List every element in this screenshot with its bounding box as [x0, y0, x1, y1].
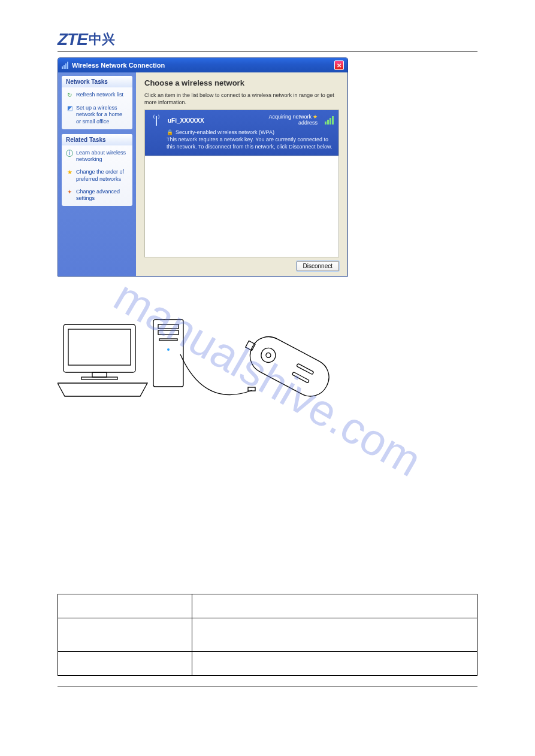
- tasks-sidebar: Network Tasks ↻ Refresh network list ◩ S…: [58, 72, 136, 276]
- setup-icon: ◩: [66, 105, 73, 112]
- change-order-link[interactable]: ★ Change the order of preferred networks: [62, 166, 132, 186]
- info-icon: i: [66, 150, 73, 157]
- related-tasks-heading: Related Tasks: [62, 134, 132, 145]
- learn-wireless-link[interactable]: i Learn about wireless networking: [62, 147, 132, 166]
- network-security-label: Security-enabled wireless network (WPA): [176, 129, 274, 135]
- network-item-selected[interactable]: uFi_XXXXXX Acquiring network★ address 🔒: [145, 110, 338, 156]
- svg-rect-13: [246, 341, 255, 350]
- related-tasks-panel: Related Tasks i Learn about wireless net…: [62, 134, 132, 207]
- svg-point-9: [259, 345, 278, 365]
- keyboard-icon: [58, 383, 147, 396]
- setup-label: Set up a wireless network for a home or …: [76, 105, 128, 125]
- svg-rect-5: [159, 339, 177, 341]
- advanced-icon: ✦: [66, 189, 73, 196]
- header-divider: [58, 51, 477, 51]
- antenna-icon: [150, 114, 163, 127]
- network-list[interactable]: uFi_XXXXXX Acquiring network★ address 🔒: [144, 110, 339, 257]
- pc-tower-icon: [153, 320, 183, 387]
- close-button[interactable]: ✕: [334, 60, 344, 70]
- disconnect-button[interactable]: Disconnect: [297, 261, 339, 271]
- close-icon: ✕: [337, 62, 341, 69]
- network-tasks-heading: Network Tasks: [62, 76, 132, 87]
- svg-point-10: [265, 352, 272, 359]
- logo-zte-text: ZTE: [58, 30, 87, 49]
- refresh-icon: ↻: [66, 92, 73, 99]
- network-status: Acquiring network★ address: [268, 114, 318, 126]
- svg-rect-1: [92, 372, 107, 377]
- learn-label: Learn about wireless networking: [76, 150, 128, 163]
- choose-network-subtitle: Click an item in the list below to conne…: [144, 92, 339, 106]
- table-row: [58, 618, 477, 652]
- empty-table: [58, 594, 477, 676]
- lock-icon: 🔒: [167, 129, 173, 135]
- network-tasks-panel: Network Tasks ↻ Refresh network list ◩ S…: [62, 76, 132, 129]
- svg-rect-2: [81, 377, 117, 379]
- network-description: This network requires a network key. You…: [167, 136, 334, 150]
- favorite-star-icon: ★: [313, 114, 318, 120]
- svg-rect-12: [292, 372, 309, 382]
- window-title: Wireless Network Connection: [72, 62, 165, 69]
- wireless-signal-icon: [62, 62, 69, 69]
- table-row: [58, 652, 477, 676]
- table-row: [58, 594, 477, 618]
- choose-network-heading: Choose a wireless network: [144, 78, 339, 87]
- window-titlebar[interactable]: Wireless Network Connection ✕: [58, 58, 347, 72]
- logo-cn-text: 中兴: [89, 31, 115, 48]
- svg-rect-11: [297, 363, 314, 374]
- svg-rect-8: [244, 330, 335, 402]
- svg-rect-0: [68, 329, 131, 365]
- star-icon: ★: [66, 169, 73, 176]
- svg-rect-4: [158, 330, 179, 335]
- zte-logo: ZTE 中兴: [58, 30, 477, 49]
- signal-strength-icon: [325, 116, 334, 125]
- main-pane: Choose a wireless network Click an item …: [136, 72, 347, 276]
- advanced-settings-link[interactable]: ✦ Change advanced settings: [62, 186, 132, 205]
- mobile-device-icon: [238, 327, 335, 402]
- usb-cable-icon: [180, 354, 252, 395]
- refresh-label: Refresh network list: [76, 92, 123, 98]
- advanced-label: Change advanced settings: [76, 189, 128, 202]
- order-label: Change the order of preferred networks: [76, 169, 128, 183]
- svg-point-6: [167, 348, 170, 351]
- pc-to-device-figure: [58, 318, 345, 426]
- network-ssid: uFi_XXXXXX: [168, 117, 264, 124]
- wireless-dialog-window: Wireless Network Connection ✕ Network Ta…: [58, 57, 348, 277]
- refresh-network-list-link[interactable]: ↻ Refresh network list: [62, 89, 132, 102]
- svg-rect-3: [158, 324, 179, 329]
- footer-divider: [58, 687, 477, 687]
- setup-network-link[interactable]: ◩ Set up a wireless network for a home o…: [62, 102, 132, 128]
